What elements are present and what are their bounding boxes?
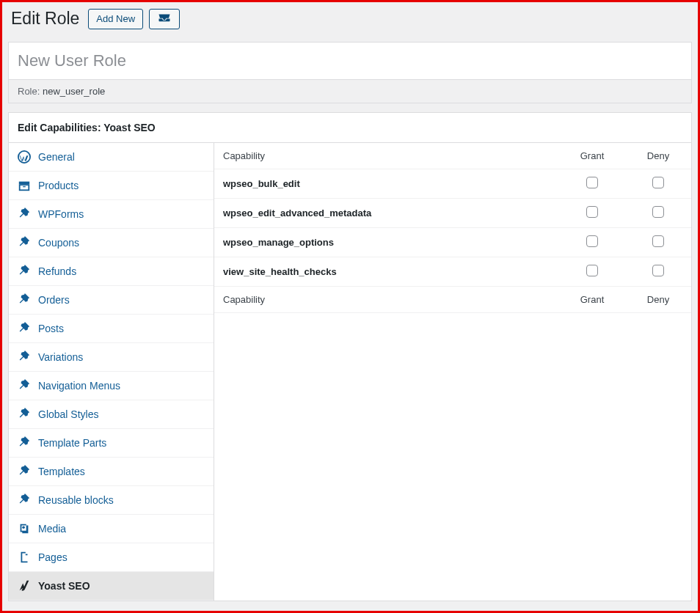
role-slug-value: new_user_role <box>43 86 105 97</box>
sidebar-item-pages[interactable]: Pages <box>9 543 214 572</box>
svg-rect-1 <box>19 181 29 184</box>
sidebar-item-global-styles[interactable]: Global Styles <box>9 400 214 429</box>
inbox-button[interactable] <box>149 9 180 29</box>
svg-point-0 <box>18 151 30 163</box>
sidebar-item-label: Global Styles <box>38 408 98 420</box>
sidebar-item-label: Templates <box>38 466 85 477</box>
deny-checkbox[interactable] <box>652 206 664 218</box>
pin-icon <box>18 350 31 364</box>
sidebar-item-label: WPForms <box>38 208 84 220</box>
sidebar-item-label: General <box>38 151 75 163</box>
sidebar-item-label: Yoast SEO <box>38 580 90 592</box>
sidebar-item-navigation-menus[interactable]: Navigation Menus <box>9 372 214 400</box>
capability-group-sidebar: GeneralProductsWPFormsCouponsRefundsOrde… <box>9 143 214 601</box>
sidebar-item-label: Refunds <box>38 265 76 277</box>
role-title-bar: New User Role <box>8 42 692 80</box>
grant-checkbox[interactable] <box>586 206 598 218</box>
tf-capability: Capability <box>214 286 559 312</box>
sidebar-item-label: Reusable blocks <box>38 494 114 506</box>
sidebar-item-products[interactable]: Products <box>9 172 214 200</box>
sidebar-item-refunds[interactable]: Refunds <box>9 257 214 286</box>
sidebar-item-orders[interactable]: Orders <box>9 286 214 315</box>
sidebar-item-yoast-seo[interactable]: Yoast SEO <box>9 572 214 601</box>
svg-rect-3 <box>23 186 26 187</box>
table-row: view_site_health_checks <box>214 257 691 286</box>
role-slug-label: Role: <box>18 86 40 97</box>
pin-icon <box>18 379 31 392</box>
sidebar-item-label: Products <box>38 180 79 191</box>
capability-table-wrap: Capability Grant Deny wpseo_bulk_editwps… <box>214 143 691 601</box>
inbox-icon <box>158 12 171 25</box>
sidebar-item-coupons[interactable]: Coupons <box>9 229 214 257</box>
deny-checkbox[interactable] <box>652 235 664 247</box>
pin-icon <box>18 293 31 306</box>
sidebar-item-posts[interactable]: Posts <box>9 315 214 343</box>
sidebar-item-label: Pages <box>38 551 68 563</box>
yoast-icon <box>18 579 31 592</box>
wp-icon <box>18 150 31 164</box>
sidebar-item-reusable-blocks[interactable]: Reusable blocks <box>9 486 214 515</box>
role-title: New User Role <box>18 51 682 70</box>
capability-table: Capability Grant Deny wpseo_bulk_editwps… <box>214 143 691 313</box>
svg-point-4 <box>22 526 25 529</box>
role-slug-bar: Role: new_user_role <box>8 80 692 103</box>
sidebar-item-label: Media <box>38 523 66 535</box>
pages-icon <box>18 551 31 564</box>
tf-grant: Grant <box>559 286 625 312</box>
sidebar-item-label: Coupons <box>38 237 79 249</box>
page-title: Edit Role <box>11 8 79 30</box>
pin-icon <box>18 236 31 249</box>
deny-checkbox[interactable] <box>652 177 664 188</box>
svg-rect-2 <box>20 185 29 190</box>
pin-icon <box>18 408 31 421</box>
deny-checkbox[interactable] <box>652 265 664 276</box>
page-header: Edit Role Add New <box>2 2 698 33</box>
th-capability: Capability <box>214 143 559 169</box>
sidebar-item-general[interactable]: General <box>9 143 214 172</box>
sidebar-item-variations[interactable]: Variations <box>9 343 214 372</box>
sidebar-item-label: Posts <box>38 323 64 334</box>
sidebar-item-label: Navigation Menus <box>38 380 120 392</box>
table-row: wpseo_manage_options <box>214 227 691 257</box>
pin-icon <box>18 493 31 507</box>
sidebar-item-template-parts[interactable]: Template Parts <box>9 429 214 458</box>
sidebar-item-media[interactable]: Media <box>9 515 214 543</box>
table-row: wpseo_bulk_edit <box>214 169 691 198</box>
add-new-button[interactable]: Add New <box>88 9 143 29</box>
pin-icon <box>18 208 31 221</box>
th-deny: Deny <box>625 143 691 169</box>
capability-name: wpseo_manage_options <box>214 227 559 257</box>
tf-deny: Deny <box>625 286 691 312</box>
pin-icon <box>18 322 31 335</box>
capability-name: view_site_health_checks <box>214 257 559 286</box>
th-grant: Grant <box>559 143 625 169</box>
pin-icon <box>18 265 31 278</box>
capability-name: wpseo_bulk_edit <box>214 169 559 198</box>
grant-checkbox[interactable] <box>586 265 598 276</box>
sidebar-item-wpforms[interactable]: WPForms <box>9 200 214 229</box>
grant-checkbox[interactable] <box>586 235 598 247</box>
sidebar-item-label: Template Parts <box>38 437 106 449</box>
capabilities-panel: Edit Capabilities: Yoast SEO GeneralProd… <box>8 112 692 601</box>
grant-checkbox[interactable] <box>586 177 598 188</box>
sidebar-item-templates[interactable]: Templates <box>9 458 214 486</box>
media-icon <box>18 522 31 535</box>
pin-icon <box>18 436 31 449</box>
capability-name: wpseo_edit_advanced_metadata <box>214 198 559 227</box>
panel-heading: Edit Capabilities: Yoast SEO <box>9 113 691 143</box>
pin-icon <box>18 465 31 478</box>
sidebar-item-label: Orders <box>38 294 70 306</box>
sidebar-item-label: Variations <box>38 351 83 363</box>
table-row: wpseo_edit_advanced_metadata <box>214 198 691 227</box>
archive-icon <box>18 179 31 192</box>
